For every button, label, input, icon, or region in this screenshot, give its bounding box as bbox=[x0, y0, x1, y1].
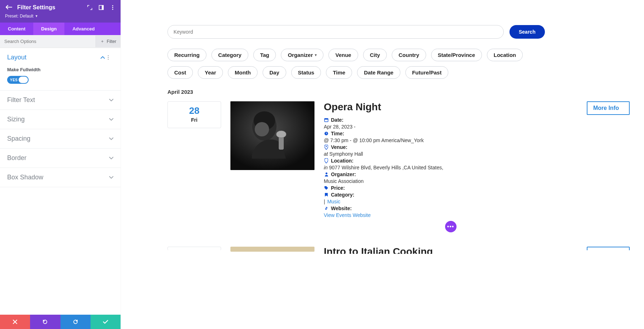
event-title[interactable]: Opera Night bbox=[324, 101, 577, 113]
filter-pill-cost[interactable]: Cost bbox=[167, 66, 193, 79]
event-day-name: Fri bbox=[168, 117, 221, 123]
chevron-down-icon bbox=[109, 99, 113, 102]
keyword-search-box[interactable] bbox=[167, 25, 504, 39]
expand-icon[interactable] bbox=[87, 5, 93, 10]
redo-button[interactable] bbox=[60, 315, 91, 329]
filter-pill-country[interactable]: Country bbox=[392, 49, 426, 61]
chevron-down-icon bbox=[109, 118, 113, 121]
pill-label: Time bbox=[333, 69, 345, 76]
add-filter-button[interactable]: ＋ Filter bbox=[96, 35, 121, 47]
svg-point-3 bbox=[112, 7, 113, 8]
calendar-icon bbox=[324, 118, 329, 122]
meta-category-label: Category: bbox=[331, 192, 354, 198]
section-spacing-header[interactable]: Spacing bbox=[0, 129, 121, 148]
pill-label: Month bbox=[235, 69, 251, 76]
event-body: Intro to Italian Cooking bbox=[324, 247, 577, 254]
caret-down-icon: ▼ bbox=[35, 14, 38, 18]
filter-pill-status[interactable]: Status bbox=[291, 66, 321, 79]
meta-date-label: Date: bbox=[331, 117, 343, 123]
confirm-button[interactable] bbox=[91, 315, 121, 329]
filter-pill-recurring[interactable]: Recurring bbox=[167, 49, 206, 61]
filter-pill-location[interactable]: Location bbox=[487, 49, 523, 61]
pill-label: Venue bbox=[335, 52, 351, 58]
svg-point-5 bbox=[108, 55, 109, 56]
filter-pill-organizer[interactable]: Organizer▾ bbox=[281, 49, 323, 61]
event-date-card: 28 Fri bbox=[167, 101, 221, 128]
event-actions-fab[interactable]: ••• bbox=[445, 221, 457, 232]
tab-advanced[interactable]: Advanced bbox=[64, 23, 102, 35]
section-kebab-icon[interactable] bbox=[108, 55, 113, 60]
section-layout-header[interactable]: Layout bbox=[0, 48, 121, 67]
settings-sidebar: Filter Settings Preset: Default ▼ Conten… bbox=[0, 0, 121, 329]
section-box-shadow-header[interactable]: Box Shadow bbox=[0, 168, 121, 187]
dock-icon[interactable] bbox=[98, 5, 104, 10]
pill-label: Tag bbox=[260, 52, 269, 58]
chevron-down-icon bbox=[109, 176, 113, 179]
cancel-button[interactable] bbox=[0, 315, 30, 329]
meta-organizer-label: Organizer: bbox=[331, 171, 356, 177]
meta-price-label: Price: bbox=[331, 185, 345, 191]
meta-time-value: @ 7:30 pm - @ 10:00 pm America/New_York bbox=[324, 137, 424, 143]
event-title[interactable]: Intro to Italian Cooking bbox=[324, 247, 577, 254]
filter-pill-time[interactable]: Time bbox=[326, 66, 352, 79]
meta-venue-prefix: at bbox=[324, 151, 328, 157]
search-button-label: Search bbox=[519, 29, 536, 35]
make-fullwidth-toggle[interactable]: YES bbox=[7, 76, 29, 84]
filter-pill-date-range[interactable]: Date Range bbox=[357, 66, 400, 79]
filter-pill-year[interactable]: Year bbox=[198, 66, 223, 79]
filter-pill-city[interactable]: City bbox=[363, 49, 387, 61]
filter-button-label: Filter bbox=[107, 39, 116, 44]
meta-location-prefix: in bbox=[324, 165, 328, 170]
event-thumbnail[interactable] bbox=[230, 247, 314, 252]
tab-design[interactable]: Design bbox=[33, 23, 64, 35]
section-filter-text: Filter Text bbox=[0, 91, 121, 110]
back-icon[interactable] bbox=[5, 4, 13, 11]
svg-point-20 bbox=[325, 173, 327, 174]
bookmark-icon bbox=[324, 193, 329, 197]
filter-pill-future-past[interactable]: Future/Past bbox=[405, 66, 449, 79]
pill-label: Cost bbox=[174, 69, 186, 76]
section-border-header[interactable]: Border bbox=[0, 149, 121, 168]
tag-icon bbox=[324, 186, 329, 190]
section-filter-text-header[interactable]: Filter Text bbox=[0, 91, 121, 110]
pill-label: Organizer bbox=[288, 52, 313, 58]
filter-pill-category[interactable]: Category bbox=[211, 49, 248, 61]
section-sizing-header[interactable]: Sizing bbox=[0, 110, 121, 129]
meta-category-link[interactable]: Music bbox=[327, 199, 341, 204]
svg-point-4 bbox=[112, 9, 113, 10]
more-info-button[interactable] bbox=[587, 247, 630, 250]
svg-point-7 bbox=[108, 59, 109, 60]
section-border: Border bbox=[0, 149, 121, 168]
month-heading: April 2023 bbox=[167, 89, 630, 95]
meta-location-label: Location: bbox=[331, 158, 353, 164]
event-body: Opera Night Date: Apr 28, 2023 - Time: @… bbox=[324, 101, 577, 232]
pill-label: Status bbox=[298, 69, 314, 76]
section-sizing-title: Sizing bbox=[7, 116, 109, 123]
section-filter-text-title: Filter Text bbox=[7, 96, 109, 104]
pill-label: Country bbox=[399, 52, 419, 58]
undo-button[interactable] bbox=[30, 315, 60, 329]
filter-pill-day[interactable]: Day bbox=[263, 66, 286, 79]
options-search-input[interactable] bbox=[0, 35, 96, 48]
filter-pill-tag[interactable]: Tag bbox=[253, 49, 276, 61]
tab-content[interactable]: Content bbox=[0, 23, 33, 35]
pin-icon bbox=[324, 158, 329, 163]
keyword-input[interactable] bbox=[174, 29, 498, 35]
filter-pill-month[interactable]: Month bbox=[228, 66, 258, 79]
pill-label: Recurring bbox=[174, 52, 200, 58]
search-button[interactable]: Search bbox=[509, 25, 545, 39]
sidebar-footer bbox=[0, 315, 121, 329]
kebab-icon[interactable] bbox=[110, 5, 116, 10]
preset-dropdown[interactable]: Preset: Default ▼ bbox=[5, 14, 38, 19]
meta-website-link[interactable]: View Events Website bbox=[324, 212, 371, 218]
event-thumbnail[interactable] bbox=[230, 101, 314, 170]
pill-label: Location bbox=[494, 52, 516, 58]
filter-pill-state-province[interactable]: State/Province bbox=[431, 49, 482, 61]
filter-pill-venue[interactable]: Venue bbox=[328, 49, 358, 61]
sidebar-tabs: Content Design Advanced bbox=[0, 23, 121, 35]
chevron-down-icon bbox=[109, 137, 113, 140]
more-info-button[interactable]: More Info bbox=[587, 101, 630, 115]
meta-date-value: Apr 28, 2023 - bbox=[324, 124, 356, 130]
meta-category-prefix: | bbox=[324, 199, 325, 204]
pill-label: State/Province bbox=[438, 52, 475, 58]
